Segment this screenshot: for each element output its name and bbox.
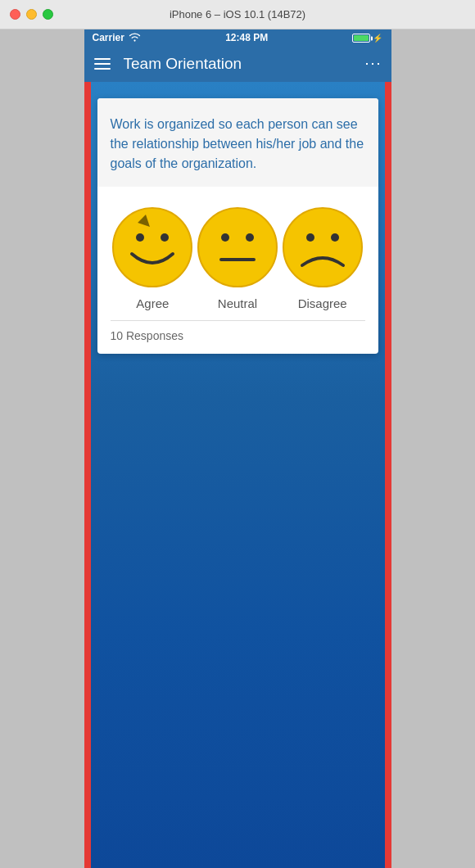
left-edge-indicator xyxy=(84,82,91,868)
neutral-option[interactable]: Neutral xyxy=(197,206,278,310)
hamburger-menu-button[interactable] xyxy=(94,58,111,70)
hamburger-line-3 xyxy=(94,68,111,70)
disagree-label: Disagree xyxy=(298,296,347,310)
sad-face-icon xyxy=(282,206,364,288)
lightning-icon: ⚡ xyxy=(373,34,382,43)
status-time: 12:48 PM xyxy=(225,32,268,43)
agree-option[interactable]: Agree xyxy=(111,206,193,310)
disagree-option[interactable]: Disagree xyxy=(282,206,364,310)
maximize-button[interactable] xyxy=(43,9,53,20)
svg-point-0 xyxy=(113,208,192,287)
question-text: Work is organized so each person can see… xyxy=(97,98,378,187)
svg-point-2 xyxy=(161,233,169,242)
wifi-icon xyxy=(129,32,141,43)
mac-window-buttons xyxy=(10,9,53,20)
mac-chrome: iPhone 6 – iOS 10.1 (14B72) xyxy=(0,0,475,29)
svg-point-9 xyxy=(331,233,339,242)
main-content: Work is organized so each person can see… xyxy=(84,82,391,868)
status-left: Carrier xyxy=(93,32,141,43)
status-right: ⚡ xyxy=(352,33,382,43)
hamburger-line-2 xyxy=(94,63,111,65)
svg-point-7 xyxy=(283,208,362,287)
carrier-label: Carrier xyxy=(93,32,124,43)
window-title: iPhone 6 – iOS 10.1 (14B72) xyxy=(170,8,305,20)
hamburger-line-1 xyxy=(94,58,111,60)
svg-point-1 xyxy=(136,233,144,242)
responses-count: 10 Responses xyxy=(97,321,378,354)
iphone-frame: Carrier 12:48 PM ⚡ Team Orientati xyxy=(84,29,391,868)
neutral-label: Neutral xyxy=(218,296,257,310)
neutral-face-icon xyxy=(197,206,278,288)
svg-point-5 xyxy=(246,233,254,242)
svg-point-4 xyxy=(221,233,229,242)
close-button[interactable] xyxy=(10,9,20,20)
emoji-options-row: Agree Neutral xyxy=(97,187,378,320)
more-options-icon[interactable]: ⋮ xyxy=(363,56,382,73)
status-bar: Carrier 12:48 PM ⚡ xyxy=(84,29,391,46)
app-bar: Team Orientation ⋮ xyxy=(84,46,391,82)
app-bar-title: Team Orientation xyxy=(124,55,364,73)
svg-point-3 xyxy=(198,208,277,287)
agree-label: Agree xyxy=(136,296,169,310)
survey-card: Work is organized so each person can see… xyxy=(97,98,378,354)
battery-icon xyxy=(352,33,370,43)
svg-point-8 xyxy=(306,233,314,242)
minimize-button[interactable] xyxy=(26,9,37,20)
right-edge-indicator xyxy=(385,82,391,868)
happy-face-icon xyxy=(111,206,193,288)
